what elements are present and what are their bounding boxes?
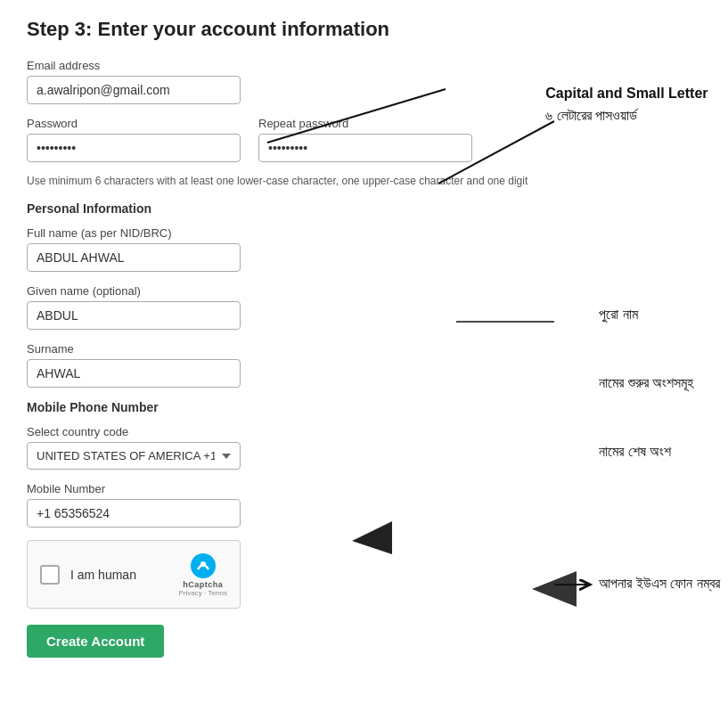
given-name-input[interactable] [27,301,241,330]
password-label: Password [27,117,241,130]
captcha-box[interactable]: I am human hCaptcha Privacy · Terms [27,540,241,609]
create-account-button[interactable]: Create Account [27,625,164,658]
captcha-label: I am human [70,568,169,582]
anno-given-name: নামের শুরুর অংশসমূহ [599,375,693,391]
password-hint: Use minimum 6 characters with at least o… [27,175,528,187]
anno-bangla-password: ৬ লেটারের পাসওয়ার্ড [545,108,637,124]
captcha-checkbox[interactable] [40,565,60,585]
repeat-password-label: Repeat password [258,117,472,130]
mobile-title: Mobile Phone Number [27,400,528,414]
country-code-label: Select country code [27,425,528,438]
anno-full-name: পুরো নাম [599,307,637,323]
anno-capital: Capital and Small Letter [545,86,708,102]
mobile-number-label: Mobile Number [27,482,528,495]
full-name-input[interactable] [27,243,241,272]
page-title: Step 3: Enter your account information [27,18,701,41]
captcha-icon [189,552,217,580]
repeat-password-input[interactable] [258,134,472,162]
personal-info-title: Personal Information [27,201,528,216]
full-name-label: Full name (as per NID/BRC) [27,226,528,240]
anno-surname: নামের শেষ অংশ [599,444,671,460]
svg-point-1 [200,561,206,567]
mobile-number-input[interactable] [27,499,241,528]
surname-label: Surname [27,342,528,356]
captcha-links: Privacy · Terms [178,589,227,597]
country-code-select[interactable]: UNITED STATES OF AMERICA +1 BANGLADESH +… [27,442,241,470]
given-name-label: Given name (optional) [27,284,528,298]
captcha-logo: hCaptcha Privacy · Terms [178,552,227,597]
password-input[interactable] [27,134,241,162]
surname-input[interactable] [27,359,241,388]
anno-phone: আপনার ইউএস ফোন নম্বর [599,576,719,592]
email-label: Email address [27,59,528,72]
captcha-brand: hCaptcha [183,580,223,589]
email-input[interactable] [27,76,241,104]
